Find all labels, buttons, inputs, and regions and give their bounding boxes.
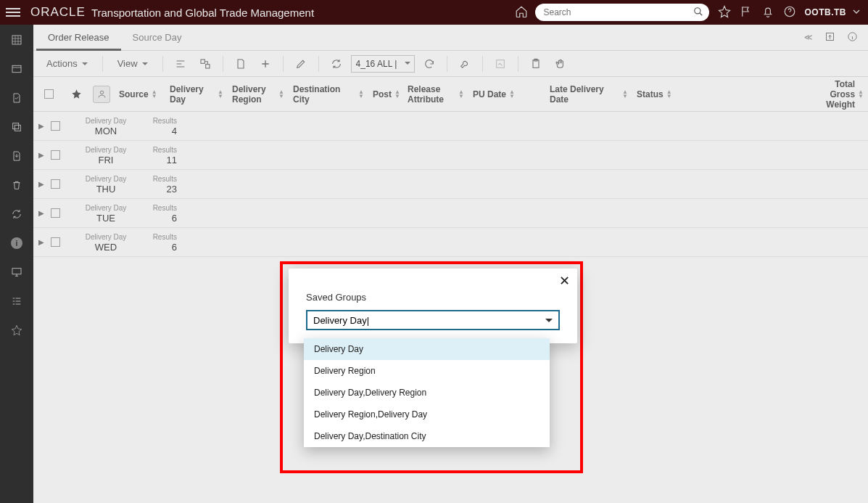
star-icon[interactable] — [718, 5, 731, 20]
menu-toggle-icon[interactable] — [6, 5, 20, 20]
row-checkbox[interactable] — [46, 208, 64, 218]
sort-icon: ▲▼ — [218, 90, 223, 99]
row-checkbox[interactable] — [46, 179, 64, 189]
grid-body: ▶Delivery DayMONResults4▶Delivery DayFRI… — [33, 112, 868, 257]
search-input[interactable] — [535, 4, 709, 21]
results-label: Results — [133, 145, 177, 155]
tabbar-info-icon[interactable] — [847, 31, 858, 44]
col-release-attribute[interactable]: Release Attribute▲▼ — [403, 77, 468, 111]
flag-icon[interactable] — [740, 5, 753, 20]
dropdown-option[interactable]: Delivery Day,Delivery Region — [304, 382, 550, 404]
group-row[interactable]: ▶Delivery DayTHUResults23 — [33, 170, 868, 199]
svg-point-14 — [100, 91, 103, 94]
close-icon[interactable]: ✕ — [559, 273, 570, 289]
user-name[interactable]: OOTB.TB — [805, 7, 847, 17]
toolbar-detach-icon[interactable] — [195, 54, 215, 74]
rail-grid-icon[interactable] — [10, 33, 23, 46]
expand-icon[interactable]: ▶ — [36, 122, 46, 130]
actions-menu[interactable]: Actions — [39, 54, 95, 74]
row-checkbox[interactable] — [46, 237, 64, 247]
group-by-label: Delivery Day — [78, 145, 133, 155]
toolbar-newdoc-icon[interactable] — [231, 54, 251, 74]
rail-star-icon[interactable] — [10, 324, 23, 337]
search-icon[interactable] — [693, 7, 703, 19]
tab-order-release[interactable]: Order Release — [36, 25, 121, 51]
sort-icon: ▲▼ — [622, 90, 628, 99]
group-row[interactable]: ▶Delivery DayTUEResults6 — [33, 199, 868, 228]
group-value: THU — [78, 184, 133, 195]
dropdown-option[interactable]: Delivery Day,Destination City — [304, 425, 550, 447]
expand-icon[interactable]: ▶ — [36, 238, 46, 246]
svg-rect-4 — [13, 123, 19, 129]
rail-window-icon[interactable] — [10, 62, 23, 75]
toolbar-compose-icon[interactable] — [490, 54, 511, 74]
row-checkbox[interactable] — [46, 121, 64, 131]
view-menu[interactable]: View — [110, 54, 155, 74]
rail-note-icon[interactable] — [10, 91, 23, 105]
left-rail: i — [0, 25, 33, 503]
expand-icon[interactable]: ▶ — [36, 180, 46, 188]
sort-icon: ▲▼ — [509, 90, 515, 99]
bell-icon[interactable] — [761, 5, 774, 20]
saved-groups-input[interactable] — [306, 310, 560, 330]
dropdown-option[interactable]: Delivery Region,Delivery Day — [304, 404, 550, 425]
group-row[interactable]: ▶Delivery DayMONResults4 — [33, 112, 868, 141]
toolbar-clipboard-icon[interactable] — [526, 54, 546, 74]
rail-export-icon[interactable] — [10, 150, 23, 163]
toolbar-hand-icon[interactable] — [550, 54, 571, 74]
toolbar-wrench-icon[interactable] — [455, 54, 475, 74]
grid-header: Source▲▼ Delivery Day▲▼ Delivery Region▲… — [33, 77, 868, 112]
results-count: 23 — [133, 184, 177, 195]
tabbar-collapse-icon[interactable]: ≪ — [804, 33, 813, 42]
rail-trash-icon[interactable] — [10, 179, 23, 192]
col-delivery-day[interactable]: Delivery Day▲▼ — [165, 77, 228, 111]
col-destination-city[interactable]: Destination City▲▼ — [289, 77, 368, 111]
toolbar-edit-icon[interactable] — [291, 54, 311, 74]
rail-copy-icon[interactable] — [10, 120, 23, 134]
rail-refresh-icon[interactable] — [10, 208, 23, 221]
toolbar-add-icon[interactable] — [255, 54, 276, 74]
col-source[interactable]: Source▲▼ — [115, 77, 165, 111]
svg-point-0 — [694, 8, 700, 14]
col-pu-date[interactable]: PU Date▲▼ — [468, 77, 545, 111]
tabbar: Order Release Source Day ≪ — [33, 25, 868, 51]
help-icon[interactable] — [783, 5, 796, 20]
group-row[interactable]: ▶Delivery DayFRIResults11 — [33, 141, 868, 170]
col-late-delivery-date[interactable]: Late Delivery Date▲▼ — [545, 77, 632, 111]
rail-list-icon[interactable] — [10, 295, 23, 308]
col-total-gross-weight[interactable]: Total Gross Weight▲▼ — [816, 77, 868, 111]
svg-rect-9 — [201, 60, 204, 63]
results-count: 4 — [133, 126, 177, 136]
col-delivery-region[interactable]: Delivery Region▲▼ — [228, 77, 289, 111]
toolbar-refresh-icon[interactable] — [326, 54, 347, 74]
results-label: Results — [133, 116, 177, 126]
rail-info-icon[interactable]: i — [10, 237, 23, 250]
dropdown-option[interactable]: Delivery Day — [304, 338, 550, 360]
sort-icon: ▲▼ — [458, 90, 464, 99]
col-status[interactable]: Status▲▼ — [632, 77, 698, 111]
toolbar-format-icon[interactable] — [170, 54, 191, 74]
saved-groups-combo[interactable] — [306, 310, 560, 330]
toolbar-filter-select[interactable] — [351, 55, 415, 73]
svg-rect-5 — [15, 125, 20, 131]
tab-source-day[interactable]: Source Day — [121, 25, 194, 51]
rail-monitor-icon[interactable] — [10, 266, 23, 279]
group-row[interactable]: ▶Delivery DayWEDResults6 — [33, 228, 868, 257]
dropdown-option[interactable]: Delivery Region — [304, 360, 550, 382]
tabbar-export-icon[interactable] — [824, 31, 835, 44]
expand-icon[interactable]: ▶ — [36, 151, 46, 159]
col-select-all[interactable] — [33, 77, 64, 111]
chevron-down-icon — [545, 319, 553, 326]
home-icon[interactable] — [515, 5, 528, 20]
sort-icon: ▲▼ — [358, 90, 364, 99]
group-by-label: Delivery Day — [78, 116, 133, 126]
toolbar-go-icon[interactable] — [419, 54, 439, 74]
row-checkbox[interactable] — [46, 150, 64, 160]
user-menu-chevron-icon[interactable] — [851, 6, 862, 20]
col-post[interactable]: Post▲▼ — [368, 77, 403, 111]
col-owner[interactable] — [88, 77, 115, 111]
col-favorite[interactable] — [64, 77, 88, 111]
expand-icon[interactable]: ▶ — [36, 209, 46, 217]
sort-icon: ▲▼ — [394, 90, 400, 99]
top-icons — [718, 5, 796, 20]
